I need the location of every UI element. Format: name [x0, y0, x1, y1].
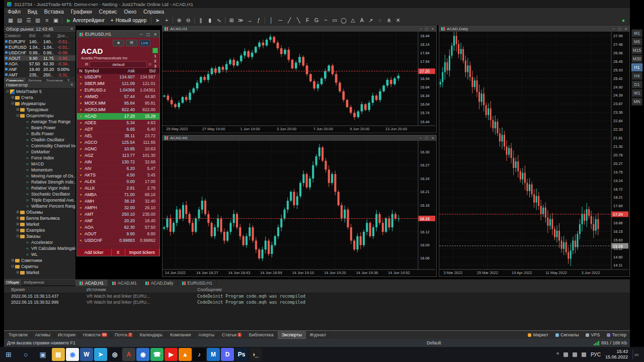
- chart-window-acad-m1[interactable]: ACAD,M1─▢✕14 Jun 202214 Jun 18:2714 Jun …: [162, 135, 437, 277]
- tree-item[interactable]: ≈Williams' Percent Rang...: [4, 203, 75, 209]
- gann-icon[interactable]: G: [312, 16, 321, 25]
- star-icon[interactable]: ✶: [79, 213, 83, 216]
- toolbox-tab-Активы[interactable]: Активы: [32, 331, 54, 338]
- expander-icon[interactable]: ⊟: [11, 102, 15, 106]
- tree-item[interactable]: ≈Average True Range: [4, 119, 75, 125]
- market-store-button[interactable]: Маркет: [524, 332, 551, 337]
- market-watch-row[interactable]: ANF19.4020.200.00%: [4, 66, 75, 72]
- menu-item[interactable]: Графики: [67, 8, 96, 15]
- star-icon[interactable]: ✶: [79, 121, 83, 125]
- watchlist-row[interactable]: ✶ALLK2.812.78: [77, 185, 159, 192]
- tree-item[interactable]: ≈DeMarker: [4, 149, 75, 155]
- arrow-icon[interactable]: ↗: [366, 16, 375, 25]
- taskbar-app-camera-app[interactable]: ◉: [136, 348, 149, 361]
- star-icon[interactable]: ✶: [79, 75, 83, 79]
- timeframe-button-h1[interactable]: H1: [631, 63, 642, 71]
- taskbar-app-tiktok[interactable]: ♪: [193, 348, 206, 361]
- star-icon[interactable]: ✶: [79, 115, 83, 118]
- tree-item[interactable]: ≈VR Calculate Martingale: [4, 245, 75, 251]
- notification-center-icon[interactable]: ▭: [632, 350, 640, 359]
- autoscroll-icon[interactable]: ≫: [236, 16, 245, 25]
- close-icon[interactable]: ✕: [70, 27, 73, 31]
- star-icon[interactable]: ✶: [79, 147, 83, 151]
- delete-ticker-button[interactable]: X: [112, 249, 125, 256]
- close-icon[interactable]: ✕: [70, 82, 73, 87]
- taskbar-app-photoshop[interactable]: Ps: [235, 348, 248, 361]
- tree-item[interactable]: ⊞Советники: [4, 257, 75, 263]
- minimize-icon[interactable]: ─: [420, 136, 422, 140]
- tree-item[interactable]: ⊞Examples: [4, 227, 75, 233]
- tile-windows-icon[interactable]: ⊞: [227, 16, 236, 25]
- chart-window-titlebar[interactable]: ACAD,H1─▢✕: [163, 26, 436, 32]
- tree-item[interactable]: ⊟MetaTrader 5: [4, 88, 75, 95]
- market-watch-icon[interactable]: ☰: [24, 16, 33, 25]
- wifi-icon[interactable]: [564, 352, 568, 357]
- minimize-icon[interactable]: ─: [613, 27, 615, 31]
- import-tickers-button[interactable]: Import tickers: [125, 249, 160, 256]
- close-icon[interactable]: ✕: [153, 32, 157, 37]
- taskbar-app-whatsapp[interactable]: ☎: [150, 348, 164, 361]
- chart-window-titlebar[interactable]: ACAD,Daily─▢✕: [439, 26, 629, 32]
- pitchfork-icon[interactable]: ⋔: [384, 16, 393, 25]
- watchlist-row[interactable]: ✶ANF20.2018.40: [77, 218, 159, 224]
- tree-item[interactable]: ≈Accelerator: [4, 239, 75, 245]
- link-button[interactable]: Link: [139, 40, 150, 46]
- timeframe-button-mn[interactable]: MN: [631, 98, 642, 106]
- tree-item[interactable]: ⊞Market: [4, 221, 75, 227]
- timeframe-button-m30[interactable]: M30: [631, 55, 642, 63]
- star-icon[interactable]: ✶: [79, 134, 83, 138]
- chart-window-acad-h1[interactable]: ACAD,H1─▢✕25 May 202227 May 19:001 Jun 1…: [162, 26, 437, 133]
- expander-icon[interactable]: ⊟: [11, 264, 15, 268]
- toolbox-panel-icon[interactable]: ▣: [51, 16, 60, 25]
- tree-item[interactable]: ⊞Объемы: [4, 209, 75, 215]
- bar-chart-icon[interactable]: ∥: [196, 16, 205, 25]
- side-number[interactable]: 3: [154, 64, 156, 68]
- tree-item[interactable]: ≈Relative Vigor Index: [4, 185, 75, 191]
- trendline-icon[interactable]: ╱: [285, 16, 294, 25]
- menu-item[interactable]: Окно: [121, 8, 140, 15]
- tree-item[interactable]: ≈Stochastic Oscillator: [4, 191, 75, 197]
- layout-icon[interactable]: ▤: [126, 40, 137, 46]
- taskbar-app-terminal[interactable]: ›_: [249, 348, 262, 361]
- watchlist-row[interactable]: ✶AMPH32.0026.10: [77, 205, 159, 211]
- chart-window-titlebar[interactable]: ACAD,M1─▢✕: [163, 135, 436, 141]
- watchlist-row[interactable]: ✶USDCHF0.998830.99862: [77, 237, 159, 244]
- timeframe-button-w1[interactable]: W1: [631, 89, 642, 97]
- star-icon[interactable]: ✶: [79, 82, 83, 85]
- menu-item[interactable]: Справка: [140, 8, 168, 15]
- minimize-icon[interactable]: ─: [420, 27, 422, 31]
- menu-item[interactable]: Файл: [4, 8, 24, 15]
- battery-icon[interactable]: [582, 352, 586, 357]
- screenshot-icon[interactable]: ◉: [113, 40, 124, 46]
- watchlist-row[interactable]: ✶AMT250.10235.00: [77, 211, 159, 218]
- side-number[interactable]: 1: [154, 54, 156, 58]
- cursor-icon[interactable]: ➤: [153, 16, 162, 25]
- delete-object-icon[interactable]: ✕: [393, 16, 403, 25]
- star-icon[interactable]: ✶: [79, 232, 83, 236]
- toolbox-tab-Компания[interactable]: Компания: [167, 331, 195, 338]
- tree-item[interactable]: ≈Bears Power: [4, 125, 75, 131]
- watchlist-row[interactable]: ✶AIN130.7232.68: [77, 159, 159, 165]
- market-watch-row[interactable]: EURJPY140..140..-0.51..: [4, 39, 75, 44]
- fibonacci-icon[interactable]: F: [303, 16, 312, 25]
- watchlist-row[interactable]: ✶ALEX0.0017.00: [77, 178, 159, 185]
- watchlist-row[interactable]: ✶AMBA71.0068.16: [77, 192, 159, 198]
- taskbar-app-metatrader5[interactable]: M: [207, 348, 220, 361]
- tree-item[interactable]: ≈MACD: [4, 161, 75, 167]
- ellipse-icon[interactable]: ◯: [339, 16, 348, 25]
- toolbox-tab-История[interactable]: История: [54, 331, 79, 338]
- toolbox-tab-Журнал[interactable]: Журнал: [306, 331, 330, 338]
- market-watch-row[interactable]: USDCHF0.99..0.99..-0.08..: [4, 50, 75, 55]
- volume-icon[interactable]: [573, 352, 577, 357]
- expander-icon[interactable]: ⊞: [16, 270, 20, 275]
- taskbar-app-obs-studio[interactable]: ◎: [108, 348, 121, 361]
- star-icon[interactable]: ✶: [79, 206, 83, 210]
- taskbar-app-telegram[interactable]: ➤: [94, 348, 107, 361]
- data-window-icon[interactable]: ▥: [33, 16, 42, 25]
- taskbar-app-youtube[interactable]: ▶: [165, 348, 178, 361]
- chart-tab[interactable]: ACAD,Daily: [141, 280, 178, 287]
- watchlist-row[interactable]: ✶AMH38.1932.40: [77, 198, 159, 205]
- close-icon[interactable]: ✕: [624, 27, 627, 31]
- tree-item[interactable]: ⊞Трендовые: [4, 107, 75, 113]
- star-icon[interactable]: ✶: [79, 193, 83, 197]
